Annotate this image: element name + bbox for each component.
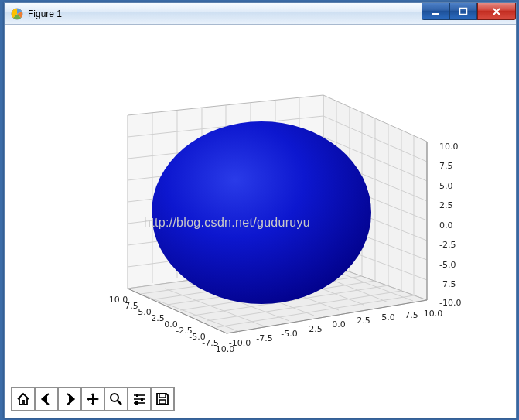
svg-text:-7.5: -7.5 <box>256 333 272 343</box>
svg-text:5.0: 5.0 <box>439 181 453 191</box>
window-titlebar[interactable]: Figure 1 <box>5 3 516 25</box>
svg-text:2.5: 2.5 <box>357 316 370 326</box>
svg-text:-2.5: -2.5 <box>306 324 322 334</box>
nav-toolbar <box>11 387 175 411</box>
zoom-button[interactable] <box>105 388 128 410</box>
zoom-icon <box>108 391 124 407</box>
svg-text:2.5: 2.5 <box>151 313 165 323</box>
svg-rect-1 <box>432 13 439 15</box>
configure-button[interactable] <box>128 388 152 410</box>
svg-text:-5.0: -5.0 <box>439 260 456 270</box>
desktop-backdrop: Figure 1 <box>0 0 519 420</box>
svg-text:2.5: 2.5 <box>439 200 453 210</box>
svg-text:-7.5: -7.5 <box>439 279 456 289</box>
save-button[interactable] <box>152 388 173 410</box>
window-title: Figure 1 <box>28 9 62 19</box>
svg-rect-82 <box>136 394 138 397</box>
figure-window: Figure 1 <box>4 2 517 418</box>
arrow-left-icon <box>39 391 54 407</box>
home-icon <box>15 391 31 407</box>
move-icon <box>85 391 101 407</box>
svg-text:0.0: 0.0 <box>332 319 346 330</box>
plot-canvas[interactable]: 10.0 7.5 5.0 2.5 0.0 -2.5 -5.0 -7.5 -10.… <box>6 26 514 387</box>
sliders-icon <box>131 391 147 407</box>
home-button[interactable] <box>12 388 36 410</box>
pan-button[interactable] <box>82 388 105 410</box>
svg-text:7.5: 7.5 <box>439 161 453 171</box>
svg-rect-84 <box>141 398 143 401</box>
client-area: 10.0 7.5 5.0 2.5 0.0 -2.5 -5.0 -7.5 -10.… <box>6 26 514 416</box>
minimize-button[interactable] <box>422 3 449 20</box>
save-icon <box>155 391 170 407</box>
forward-button[interactable] <box>59 388 82 410</box>
svg-text:-5.0: -5.0 <box>281 329 297 339</box>
svg-text:-10.0: -10.0 <box>213 344 234 354</box>
svg-line-80 <box>118 401 121 405</box>
svg-text:5.0: 5.0 <box>138 307 152 317</box>
svg-text:10.0: 10.0 <box>424 309 443 319</box>
sphere-surface <box>152 121 371 304</box>
svg-rect-2 <box>460 8 467 14</box>
axes3d: 10.0 7.5 5.0 2.5 0.0 -2.5 -5.0 -7.5 -10.… <box>6 26 517 388</box>
svg-rect-88 <box>159 400 166 404</box>
svg-text:10.0: 10.0 <box>439 142 459 152</box>
window-controls <box>422 3 516 19</box>
svg-rect-87 <box>159 394 166 398</box>
svg-text:-2.5: -2.5 <box>439 240 456 250</box>
close-button[interactable] <box>477 3 516 20</box>
svg-text:7.5: 7.5 <box>405 310 418 320</box>
back-button[interactable] <box>36 388 59 410</box>
svg-rect-86 <box>135 401 138 405</box>
matplotlib-icon <box>11 8 23 20</box>
maximize-button[interactable] <box>449 3 477 20</box>
svg-text:5.0: 5.0 <box>381 312 395 323</box>
svg-point-79 <box>111 394 118 401</box>
svg-text:-10.0: -10.0 <box>439 298 461 308</box>
arrow-right-icon <box>62 391 77 407</box>
svg-text:7.5: 7.5 <box>125 301 138 311</box>
svg-text:0.0: 0.0 <box>439 220 453 230</box>
